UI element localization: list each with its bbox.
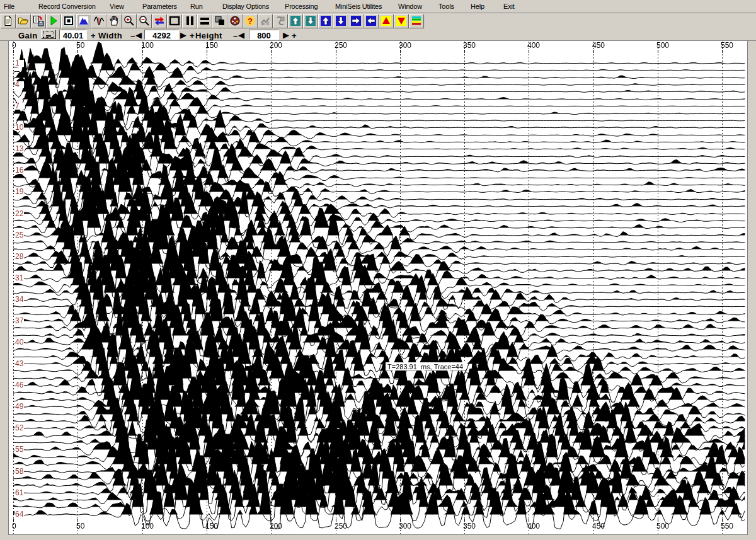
svg-text:?: ? [248, 16, 253, 26]
